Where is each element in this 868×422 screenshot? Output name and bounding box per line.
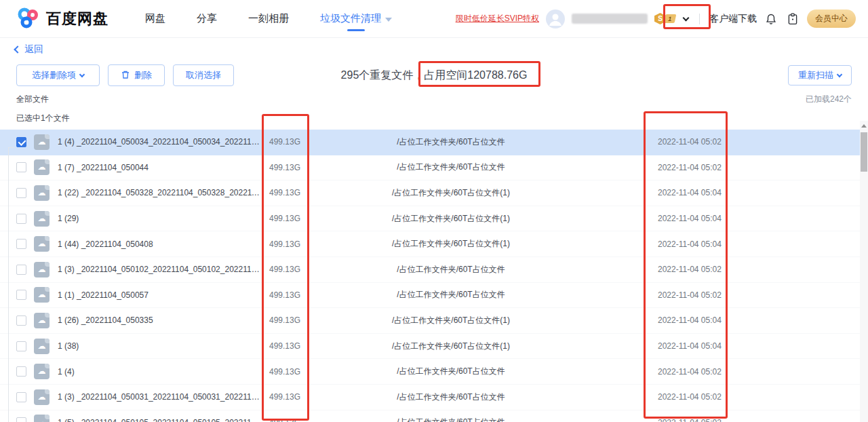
file-size: 499.13G [261, 239, 309, 249]
nav-item-分享[interactable]: 分享 [197, 0, 217, 37]
row-checkbox[interactable] [16, 392, 26, 402]
row-checkbox[interactable] [16, 137, 26, 147]
nav-item-label: 垃圾文件清理 [320, 12, 381, 25]
delete-button[interactable]: 删除 [108, 64, 165, 86]
file-date: 2022-11-04 05:02 [644, 392, 860, 402]
file-row[interactable]: 1 (7) _20221104_050044 499.13G /占位工作文件夹/… [0, 155, 860, 181]
select-delete-items-dropdown[interactable]: 选择删除项 [16, 64, 100, 86]
file-name: 1 (3) _20221104_050031_20221104_050031_2… [58, 392, 261, 402]
row-checkbox[interactable] [16, 239, 26, 249]
row-checkbox[interactable] [16, 341, 26, 351]
file-path: /占位工作文件夹/60T占位文件(1) [309, 213, 593, 225]
nav-item-网盘[interactable]: 网盘 [145, 0, 165, 37]
cloud-folder-icon [34, 313, 50, 328]
chevron-down-icon [79, 71, 85, 77]
rescan-dropdown[interactable]: 重新扫描 [788, 65, 852, 85]
meta-row: 全部文件 已加载242个 [0, 94, 868, 105]
main-nav: 网盘 分享 一刻相册 垃圾文件清理 [145, 0, 392, 37]
member-center-button[interactable]: 会员中心 [807, 9, 856, 28]
cloud-folder-icon [34, 236, 50, 252]
cloud-folder-icon [34, 185, 50, 201]
cancel-select-button[interactable]: 取消选择 [173, 64, 234, 86]
file-size: 499.13G [261, 367, 309, 377]
file-name: 1 (3) _20221104_050102_20221104_050102_2… [58, 265, 261, 274]
cloud-folder-icon [34, 287, 50, 303]
nav-item-一刻相册[interactable]: 一刻相册 [248, 0, 289, 37]
client-download-link[interactable]: 客户端下载 [709, 13, 757, 25]
file-path: /占位工作文件夹/60T占位文件 [309, 417, 593, 422]
row-checkbox[interactable] [16, 366, 26, 377]
summary-space-used: 占用空间120788.76G [424, 69, 527, 81]
row-checkbox[interactable] [16, 214, 26, 224]
file-row[interactable]: 1 (26) _20221104_050335 499.13G /占位工作文件夹… [0, 308, 860, 334]
cloud-folder-icon [34, 364, 50, 379]
delete-label: 删除 [134, 69, 152, 81]
file-row[interactable]: 1 (29) 499.13G /占位工作文件夹/60T占位文件(1) 2022-… [0, 206, 860, 232]
file-name: 1 (22) _20221104_050328_20221104_050328_… [58, 188, 261, 197]
row-checkbox[interactable] [16, 265, 26, 275]
file-row[interactable]: 1 (5) _20221104_050105_20221104_050105_2… [0, 410, 860, 422]
nav-item-label: 分享 [197, 12, 217, 25]
scrollbar[interactable] [860, 121, 868, 422]
username-blurred [572, 14, 648, 24]
all-files-label: 全部文件 [16, 94, 49, 105]
select-delete-items-label: 选择删除项 [32, 69, 76, 81]
svip-level-badge[interactable]: S 1 [654, 13, 675, 24]
header-right: 限时低价延长SVIP特权 S 1 客户端下载 [456, 9, 856, 28]
header: 百度网盘 网盘 分享 一刻相册 垃圾文件清理 限时低价延长SVIP特权 S [0, 0, 868, 38]
avatar[interactable] [546, 9, 565, 28]
summary-count: 295个重复文件， [341, 69, 425, 81]
row-checkbox[interactable] [16, 417, 26, 422]
file-name: 1 (44) _20221104_050408 [58, 239, 261, 249]
svip-promo-link[interactable]: 限时低价延长SVIP特权 [456, 13, 539, 24]
file-size: 499.13G [261, 290, 309, 300]
file-row[interactable]: 1 (22) _20221104_050328_20221104_050328_… [0, 180, 860, 206]
file-date: 2022-11-04 05:02 [644, 265, 860, 274]
file-row[interactable]: 1 (44) _20221104_050408 499.13G /占位工作文件夹… [0, 231, 860, 257]
row-checkbox[interactable] [16, 290, 26, 300]
group-tree-line [8, 147, 9, 422]
file-size: 499.13G [261, 188, 309, 197]
cloud-folder-icon [34, 211, 50, 227]
file-name: 1 (1) _20221104_050057 [58, 290, 261, 300]
file-row[interactable]: 1 (3) _20221104_050031_20221104_050031_2… [0, 385, 860, 410]
cloud-folder-icon [34, 339, 50, 354]
scrollbar-thumb[interactable] [861, 132, 867, 172]
file-row[interactable]: 1 (4) _20221104_050034_20221104_050034_2… [0, 130, 860, 155]
selected-count: 已选中1个文件 [0, 113, 868, 124]
rescan-label: 重新扫描 [798, 69, 833, 81]
baidu-netdisk-logo-icon [16, 7, 39, 31]
row-checkbox[interactable] [16, 188, 26, 198]
file-row[interactable]: 1 (3) _20221104_050102_20221104_050102_2… [0, 257, 860, 283]
file-name: 1 (5) _20221104_050105_20221104_050105_2… [58, 418, 261, 422]
clipboard-icon[interactable] [785, 12, 800, 26]
brand-name: 百度网盘 [46, 9, 108, 29]
nav-item-label: 一刻相册 [248, 12, 289, 25]
file-path: /占位工作文件夹/60T占位文件 [309, 136, 593, 148]
file-date: 2022-11-04 05:02 [644, 137, 860, 147]
back-button[interactable]: 返回 [15, 43, 43, 56]
file-row[interactable]: 1 (38) 499.13G /占位工作文件夹/60T占位文件(1) 2022-… [0, 334, 860, 360]
group-tree-line [8, 147, 14, 148]
file-row[interactable]: 1 (1) _20221104_050057 499.13G /占位工作文件夹/… [0, 283, 860, 309]
row-checkbox[interactable] [16, 315, 26, 326]
file-row[interactable]: 1 (4) 499.13G /占位工作文件夹/60T占位文件 2022-11-0… [0, 359, 860, 385]
file-size: 499.13G [261, 315, 309, 325]
file-path: /占位工作文件夹/60T占位文件 [309, 391, 593, 403]
back-bar: 返回 [0, 38, 868, 61]
file-list: 1 (4) _20221104_050034_20221104_050034_2… [0, 130, 860, 422]
file-path: /占位工作文件夹/60T占位文件 [309, 264, 593, 275]
file-size: 499.13G [261, 341, 309, 351]
cloud-folder-icon [34, 159, 50, 175]
brand[interactable]: 百度网盘 [16, 7, 108, 31]
file-path: /占位工作文件夹/60T占位文件(1) [309, 187, 593, 199]
file-name: 1 (4) _20221104_050034_20221104_050034_2… [58, 137, 261, 147]
user-menu-chevron-down-icon[interactable] [683, 14, 690, 21]
row-checkbox[interactable] [16, 162, 26, 172]
file-name: 1 (4) [58, 367, 261, 377]
file-path: /占位工作文件夹/60T占位文件(1) [309, 315, 593, 326]
scroll-up-arrow-icon[interactable] [861, 124, 867, 128]
notification-bell-icon[interactable] [764, 12, 778, 26]
file-size: 499.13G [261, 265, 309, 274]
nav-item-垃圾文件清理[interactable]: 垃圾文件清理 [320, 0, 392, 37]
